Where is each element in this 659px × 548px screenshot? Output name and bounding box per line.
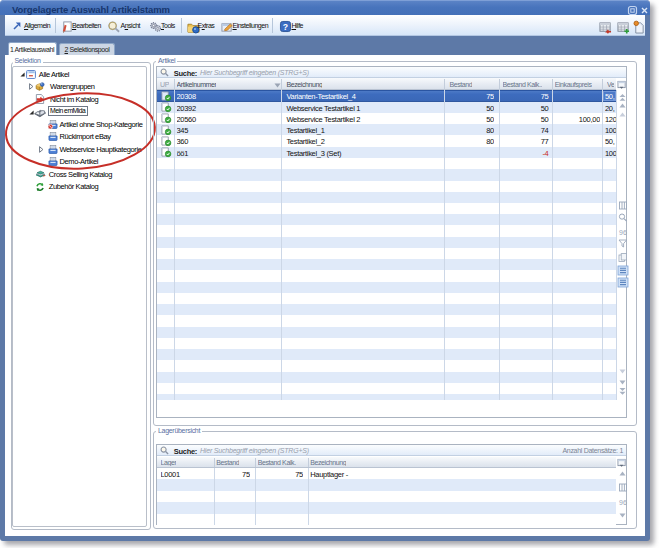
svg-text:?: ? [282, 22, 287, 32]
svg-text:96: 96 [619, 499, 627, 506]
svg-text:96: 96 [619, 228, 627, 235]
